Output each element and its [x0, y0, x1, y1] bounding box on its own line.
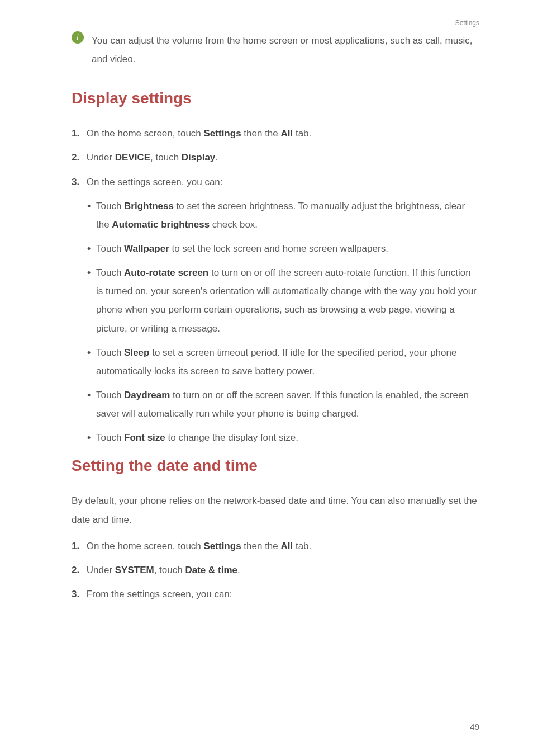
step-text: On the home screen, touch — [87, 541, 204, 551]
intro-text: By default, your phone relies on the net… — [72, 492, 479, 528]
step-text: then the — [241, 128, 281, 139]
bullet-sleep: Touch Sleep to set a screen timeout peri… — [87, 343, 479, 380]
bullet-text: Touch — [96, 243, 124, 254]
bold-date-time: Date & time — [185, 565, 237, 575]
bold-system: SYSTEM — [115, 565, 154, 575]
step-2-dt: 2. Under SYSTEM, touch Date & time. — [72, 561, 479, 579]
header-section-label: Settings — [455, 19, 479, 27]
step-number: 3. — [72, 173, 84, 191]
bold-sleep: Sleep — [124, 347, 149, 358]
bold-auto-rotate: Auto-rotate screen — [124, 267, 208, 278]
step-text: , touch — [154, 565, 185, 575]
bullet-text: Touch — [96, 267, 124, 278]
info-note: i You can adjust the volume from the hom… — [72, 31, 479, 68]
bold-device: DEVICE — [115, 152, 150, 163]
step-text: On the home screen, touch — [87, 128, 204, 139]
step-text: . — [215, 152, 218, 163]
step-text: Under — [87, 152, 115, 163]
bullet-text: Touch — [96, 432, 124, 443]
bullet-brightness: Touch Brightness to set the screen brigh… — [87, 197, 479, 234]
step-text: Under — [87, 565, 115, 575]
bullet-text: Touch — [96, 347, 124, 358]
step-text: then the — [241, 541, 281, 551]
page-number: 49 — [470, 722, 479, 731]
bullet-text: Touch — [96, 390, 124, 400]
bullet-daydream: Touch Daydream to turn on or off the scr… — [87, 386, 479, 423]
step-2: 2. Under DEVICE, touch Display. — [72, 148, 479, 167]
bold-display: Display — [182, 152, 215, 163]
step-text: On the settings screen, you can: — [87, 177, 223, 187]
info-text: You can adjust the volume from the home … — [92, 31, 479, 68]
bold-auto-brightness: Automatic brightness — [112, 219, 210, 230]
step-1: 1. On the home screen, touch Settings th… — [72, 124, 479, 143]
step-number: 3. — [72, 585, 84, 603]
bold-daydream: Daydream — [124, 390, 170, 400]
bullet-auto-rotate: Touch Auto-rotate screen to turn on or o… — [87, 263, 479, 338]
bullet-text: to change the display font size. — [165, 432, 298, 443]
bullet-text: to set a screen timeout period. If idle … — [96, 347, 456, 376]
heading-display-settings: Display settings — [72, 89, 479, 107]
step-1-dt: 1. On the home screen, touch Settings th… — [72, 537, 479, 555]
bold-brightness: Brightness — [124, 201, 174, 211]
step-3-dt: 3. From the settings screen, you can: — [72, 585, 479, 603]
bold-settings: Settings — [204, 128, 241, 139]
heading-date-time: Setting the date and time — [72, 457, 479, 475]
step-number: 2. — [72, 561, 84, 579]
bold-wallpaper: Wallpaper — [124, 243, 169, 254]
step-text: , touch — [150, 152, 182, 163]
step-number: 1. — [72, 124, 84, 143]
bullet-text: Touch — [96, 201, 124, 211]
bold-font-size: Font size — [124, 432, 165, 443]
bold-all: All — [280, 128, 293, 139]
step-text: tab. — [293, 541, 311, 551]
info-icon: i — [72, 31, 84, 44]
bold-settings: Settings — [204, 541, 241, 551]
bold-all: All — [280, 541, 293, 551]
bullet-text: to set the lock screen and home screen w… — [169, 243, 388, 254]
bullet-font-size: Touch Font size to change the display fo… — [87, 428, 479, 447]
bullet-wallpaper: Touch Wallpaper to set the lock screen a… — [87, 239, 479, 258]
step-text: tab. — [293, 128, 311, 139]
bullet-text: check box. — [210, 219, 258, 230]
step-number: 1. — [72, 537, 84, 555]
bullet-list: Touch Brightness to set the screen brigh… — [87, 197, 479, 447]
step-text: . — [237, 565, 240, 575]
step-text: From the settings screen, you can: — [87, 589, 232, 599]
step-number: 2. — [72, 148, 84, 167]
step-3: 3. On the settings screen, you can: — [72, 173, 479, 191]
